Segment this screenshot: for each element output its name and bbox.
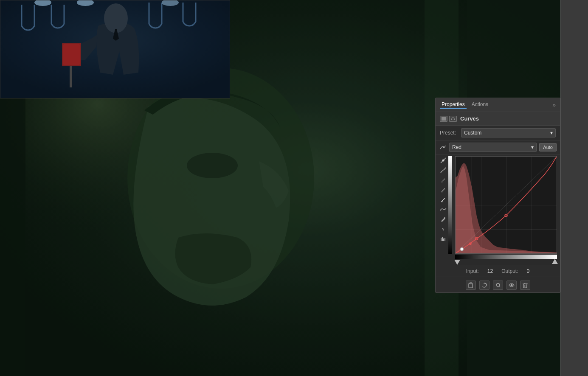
svg-rect-6 bbox=[0, 98, 25, 376]
svg-rect-22 bbox=[442, 237, 443, 241]
svg-point-16 bbox=[443, 146, 445, 148]
svg-point-12 bbox=[104, 3, 128, 33]
channel-row: Red ▾ Auto bbox=[436, 140, 560, 154]
panel-bottom-toolbar bbox=[436, 277, 560, 293]
svg-point-33 bbox=[510, 284, 512, 286]
curves-graph[interactable] bbox=[455, 156, 557, 254]
eyedropper-white-tool[interactable] bbox=[439, 195, 447, 204]
output-value: 0 bbox=[527, 268, 530, 274]
slider-strip[interactable] bbox=[455, 259, 557, 265]
channel-tool-icon[interactable] bbox=[439, 143, 447, 151]
tab-actions[interactable]: Actions bbox=[470, 101, 490, 109]
wave-tool[interactable] bbox=[439, 205, 447, 213]
svg-point-19 bbox=[442, 191, 443, 193]
thumbnail-overlay bbox=[0, 0, 230, 98]
auto-button[interactable]: Auto bbox=[539, 143, 557, 152]
reset-button[interactable] bbox=[493, 281, 503, 290]
input-label: Input: bbox=[466, 268, 479, 274]
visibility-button[interactable] bbox=[506, 281, 517, 290]
input-value: 12 bbox=[487, 268, 493, 274]
curves-title: Curves bbox=[460, 115, 479, 122]
svg-point-17 bbox=[442, 160, 445, 162]
properties-panel: Properties Actions » Curves Preset: Cust… bbox=[435, 98, 560, 293]
svg-point-30 bbox=[469, 242, 472, 245]
channel-dropdown[interactable]: Red ▾ bbox=[449, 143, 537, 152]
svg-rect-15 bbox=[70, 66, 72, 87]
preset-label: Preset: bbox=[440, 130, 461, 136]
panel-header: Properties Actions » bbox=[436, 98, 560, 112]
slider-handle-left[interactable] bbox=[454, 260, 460, 265]
slider-handle-right[interactable] bbox=[552, 259, 558, 264]
clipboard-icon-button[interactable] bbox=[466, 281, 476, 290]
svg-rect-32 bbox=[470, 283, 472, 284]
eyedropper-gray-tool[interactable] bbox=[439, 185, 447, 194]
output-label: Output: bbox=[501, 268, 518, 274]
pencil-tool[interactable] bbox=[439, 215, 447, 223]
histogram-tool[interactable] bbox=[439, 234, 447, 243]
dark-side-column bbox=[560, 0, 588, 376]
graph-section: γ bbox=[436, 154, 560, 266]
smooth-curve-tool[interactable] bbox=[439, 166, 447, 174]
panel-close-button[interactable]: » bbox=[552, 101, 556, 108]
preset-dropdown[interactable]: Custom ▾ bbox=[461, 128, 556, 137]
delete-button[interactable] bbox=[520, 281, 530, 290]
svg-point-20 bbox=[442, 201, 443, 202]
svg-rect-34 bbox=[523, 284, 527, 288]
svg-rect-14 bbox=[63, 44, 80, 65]
curves-header: Curves bbox=[436, 112, 560, 126]
svg-rect-21 bbox=[441, 238, 442, 241]
history-brush-button[interactable] bbox=[479, 281, 490, 290]
svg-rect-24 bbox=[445, 238, 445, 241]
point-curve-tool[interactable] bbox=[439, 156, 447, 165]
panel-tabs: Properties Actions bbox=[440, 101, 490, 109]
svg-point-29 bbox=[460, 247, 464, 251]
gamma-tool[interactable]: γ bbox=[439, 224, 447, 233]
vertical-gradient-bar bbox=[448, 156, 452, 254]
io-row: Input: 12 Output: 0 bbox=[436, 266, 560, 277]
curves-graph-container bbox=[455, 156, 557, 265]
svg-point-18 bbox=[442, 182, 443, 183]
svg-point-3 bbox=[187, 153, 238, 178]
preset-row: Preset: Custom ▾ bbox=[436, 126, 560, 140]
horizontal-gradient-strip bbox=[455, 255, 557, 259]
svg-rect-23 bbox=[443, 239, 444, 241]
eyedropper-black-tool[interactable] bbox=[439, 176, 447, 184]
tool-icons-column: γ bbox=[439, 156, 448, 243]
tab-properties[interactable]: Properties bbox=[440, 101, 467, 109]
